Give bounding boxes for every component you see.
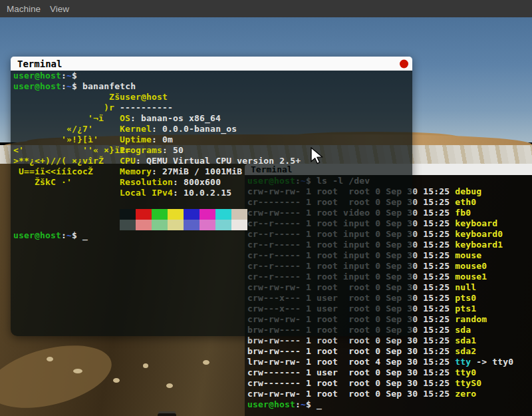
ls-row: crw------- 1 root root 0 Sep 30 15:25 tt… (245, 378, 532, 389)
ls-device-name: random (455, 314, 487, 324)
ls-device-name: pts1 (455, 304, 476, 313)
color-swatch (168, 220, 184, 230)
ls-device-name: mouse1 (455, 272, 487, 282)
palette-row-2 (120, 220, 247, 230)
fetch-field-label: Uptime (120, 134, 152, 144)
sand-patch (0, 334, 118, 416)
ls-device-name: null (455, 282, 476, 292)
ls-row: crw------- 1 user root 0 Sep 30 15:25 tt… (245, 367, 532, 378)
ls-device-name: sda2 (455, 346, 476, 356)
terminal1-title: Terminal (17, 59, 62, 69)
fetch-field-value: : QEMU Virtual CPU version 2.5+ (136, 156, 301, 166)
color-swatch (184, 209, 200, 220)
fetch-field: Uptime: 0m (120, 134, 301, 145)
fetch-field: Local IPv4: 10.0.2.15 (120, 188, 301, 198)
fetch-field: Resolution: 800x600 (120, 177, 301, 188)
fetch-field: CPU: QEMU Virtual CPU version 2.5+ (120, 156, 301, 166)
color-swatch (184, 220, 200, 230)
ls-device-name: eth0 (455, 197, 476, 207)
fetch-field-label: Kernel (120, 124, 152, 134)
pebble (113, 378, 120, 383)
fetch-header: user@host (120, 92, 301, 103)
ls-row-meta: crw-rw-rw- 1 root root 0 Sep 30 15:25 (247, 389, 455, 399)
truck-in-photo (158, 413, 176, 416)
terminal1-prompt-line: user@host:~$ _ (11, 230, 88, 241)
fetch-field: Memory: 27MiB / 1001MiB (120, 166, 301, 177)
ls-device-name: mouse0 (455, 261, 487, 271)
color-swatch (120, 209, 136, 220)
bananfetch-info: user@host----------OS: banan-os x86_64Ke… (120, 92, 301, 198)
terminal-window-bananfetch[interactable]: Terminal user@host:~$ user@host:~$ banan… (11, 57, 412, 336)
fetch-user-host: user@host (120, 92, 168, 102)
ls-row-meta: crw------- 1 root root 0 Sep 30 15:25 (247, 378, 455, 388)
terminal-color-palette (120, 209, 247, 230)
ls-symlink-target: -> tty0 (471, 357, 513, 367)
color-swatch (120, 220, 136, 230)
text-cursor: _ (82, 230, 88, 240)
terminal2-prompt-line: user@host:~$ _ (245, 399, 532, 410)
ls-device-name: pts0 (455, 293, 476, 303)
ls-device-name: tty0 (455, 367, 476, 377)
color-swatch (136, 220, 152, 230)
fetch-field-label: Memory (120, 166, 152, 176)
menu-machine[interactable]: Machine (7, 4, 41, 14)
fetch-field: Kernel: 0.0.0-banan_os (120, 124, 301, 134)
mouse-pointer-icon (311, 147, 324, 165)
palette-row-1 (120, 209, 247, 220)
terminal1-prompt-line: user@host:~$ (11, 71, 412, 81)
terminal1-titlebar[interactable]: Terminal (11, 57, 412, 71)
desktop: { "menu_bar": { "items": ["Machine", "Vi… (0, 0, 532, 416)
ls-row: lrw-rw-rw- 1 root root 4 Sep 30 15:25 tt… (245, 357, 532, 367)
menu-view[interactable]: View (50, 4, 69, 14)
fetch-field: Programs: 50 (120, 145, 301, 156)
ls-device-name: keyboard1 (455, 240, 503, 250)
color-swatch (231, 209, 247, 220)
fetch-field-label: Programs (120, 145, 162, 155)
ls-device-name: debug (455, 186, 481, 196)
color-swatch (215, 220, 231, 230)
pebble (203, 360, 209, 365)
color-swatch (168, 209, 184, 220)
fetch-field-value: : 50 (162, 145, 184, 155)
ls-row-meta: brw-rw---- 1 root root 0 Sep 30 15:25 (247, 335, 455, 345)
ls-row: crw-rw-rw- 1 root root 0 Sep 30 15:25 ze… (245, 389, 532, 399)
bananfetch-ascii-art: Zš )r '¬ï «/¿7' '»!}[ì' <' ''« ×}ï1= >**… (13, 92, 130, 188)
color-swatch (152, 209, 168, 220)
fetch-field-label: OS (120, 113, 130, 123)
fetch-field-value: : banan-os x86_64 (130, 113, 221, 123)
fetch-field-value: : 27MiB / 1001MiB (152, 166, 242, 176)
terminal1-prompt-line: user@host:~$ bananfetch (11, 81, 412, 92)
ls-row-meta: lrw-rw-rw- 1 root root 4 Sep 30 15:25 (247, 357, 455, 367)
ls-device-name: mouse (455, 250, 481, 260)
ls-device-name: tty (455, 357, 471, 367)
color-swatch (136, 209, 152, 220)
fetch-field-label: Resolution (120, 177, 173, 187)
ls-row-meta: crw------- 1 user root 0 Sep 30 15:25 (247, 367, 455, 377)
ls-device-name: sda1 (455, 335, 476, 345)
fetch-field-value: : 0m (152, 134, 173, 144)
ls-device-name: keyboard0 (455, 229, 503, 239)
color-swatch (231, 220, 247, 230)
ls-device-name: zero (455, 389, 476, 399)
pebble (143, 363, 148, 368)
ls-row: brw-rw---- 1 root root 0 Sep 30 15:25 sd… (245, 346, 532, 357)
fetch-field-label: CPU (120, 156, 136, 166)
pebble (73, 369, 82, 373)
terminal1-content[interactable]: user@host:~$ user@host:~$ bananfetch Zš … (11, 71, 412, 336)
pebble (166, 383, 173, 388)
ls-device-name: sda (455, 325, 471, 335)
color-swatch (200, 209, 215, 220)
fetch-field-value: : 10.0.2.15 (173, 188, 231, 198)
close-button[interactable] (400, 59, 408, 68)
fetch-field-label: Local IPv4 (120, 188, 173, 198)
terminal1-command: bananfetch (82, 81, 136, 91)
ls-device-name: keyboard (455, 218, 497, 228)
color-swatch (200, 220, 215, 230)
fetch-separator: ---------- (120, 103, 301, 113)
text-cursor: _ (317, 399, 322, 409)
ls-device-name: ttyS0 (455, 378, 481, 388)
vm-menu-bar: Machine View (0, 0, 532, 17)
fetch-field-value: : 800x600 (173, 177, 221, 187)
ls-row: brw-rw---- 1 root root 0 Sep 30 15:25 sd… (245, 335, 532, 346)
fetch-field: OS: banan-os x86_64 (120, 113, 301, 124)
